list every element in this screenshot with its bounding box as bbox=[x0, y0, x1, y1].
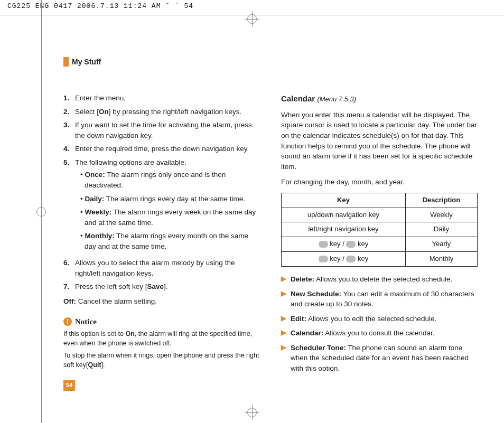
step-2: 2.Select [On] by pressing the right/left… bbox=[63, 107, 260, 117]
key-icon bbox=[319, 256, 328, 262]
calendar-actions: ▶Delete: Allows you to delete the select… bbox=[281, 274, 478, 374]
arrow-icon: ▶ bbox=[281, 274, 286, 285]
option-monthly: • Monthly: The alarm rings every month o… bbox=[80, 231, 260, 251]
action-new: ▶New Schedule: You can edit a maximum of… bbox=[281, 289, 478, 309]
section-title: My Stuff bbox=[72, 58, 101, 66]
option-weekly: • Weekly: The alarm rings every week on … bbox=[80, 207, 260, 228]
registration-mark-left bbox=[34, 204, 49, 219]
step-4: 4.Enter the required time, press the dow… bbox=[63, 144, 260, 154]
arrow-icon: ▶ bbox=[281, 289, 286, 309]
arrow-icon: ▶ bbox=[281, 314, 286, 324]
alarm-options: • Once: The alarm rings only once and is… bbox=[75, 170, 260, 251]
action-calendar: ▶Calendar: Allows you to consult the cal… bbox=[281, 328, 478, 339]
step-5: 5.The following options are available. •… bbox=[63, 157, 260, 255]
registration-mark-bottom bbox=[245, 405, 259, 420]
calendar-heading: Calendar (Menu 7.5.3) bbox=[281, 93, 478, 105]
table-row: key / keyMonthly bbox=[282, 252, 478, 267]
registration-mark-top bbox=[245, 12, 259, 26]
key-icon bbox=[346, 241, 356, 248]
section-heading: My Stuff bbox=[63, 57, 478, 67]
notice-p1: If this option is set to On, the alarm w… bbox=[63, 330, 260, 348]
step-1: 1.Enter the menu. bbox=[63, 93, 260, 104]
print-header: CG225 ENG 0417 2006.7.13 11:24 AM ˘ ` 54 bbox=[0, 0, 504, 12]
key-icon bbox=[346, 256, 356, 262]
step-3: 3.If you want to set the time for activa… bbox=[63, 120, 260, 140]
off-setting: Off: Cancel the alarm setting. bbox=[63, 296, 260, 307]
table-row: left/right navigation keyDaily bbox=[282, 222, 478, 237]
notice-box: ! Notice If this option is set to On, th… bbox=[63, 316, 260, 370]
action-edit: ▶Edit: Allows you to edit the selected s… bbox=[281, 314, 478, 324]
right-column: Calendar (Menu 7.5.3) When you enter thi… bbox=[281, 93, 478, 391]
step-6: 6.Allows you to select the alarm melody … bbox=[63, 258, 260, 278]
calendar-intro: When you enter this menu a calendar will… bbox=[281, 110, 478, 172]
page-number: 54 bbox=[63, 380, 75, 391]
left-column: 1.Enter the menu. 2.Select [On] by press… bbox=[63, 93, 260, 391]
notice-icon: ! bbox=[63, 317, 72, 326]
key-icon bbox=[319, 241, 328, 248]
key-table: KeyDescription up/down navigation keyWee… bbox=[281, 193, 478, 267]
option-daily: • Daily: The alarm rings every day at th… bbox=[80, 194, 260, 204]
action-tone: ▶Scheduler Tone: The phone can sound an … bbox=[281, 343, 478, 374]
notice-p2: To stop the alarm when it rings, open th… bbox=[63, 351, 260, 370]
table-row: key / keyYearly bbox=[282, 237, 478, 252]
th-key: Key bbox=[282, 193, 406, 208]
step-7: 7.Press the left soft key [Save]. bbox=[63, 281, 260, 292]
th-desc: Description bbox=[405, 193, 477, 208]
alarm-steps: 1.Enter the menu. 2.Select [On] by press… bbox=[63, 93, 260, 292]
calendar-change: For changing the day, month, and year. bbox=[281, 177, 478, 187]
page-content: My Stuff 1.Enter the menu. 2.Select [On]… bbox=[63, 57, 478, 391]
heading-accent bbox=[63, 57, 69, 67]
notice-title: Notice bbox=[75, 316, 97, 328]
action-delete: ▶Delete: Allows you to delete the select… bbox=[281, 274, 478, 285]
arrow-icon: ▶ bbox=[281, 328, 286, 339]
option-once: • Once: The alarm rings only once and is… bbox=[80, 170, 260, 190]
table-row: up/down navigation keyWeekly bbox=[282, 208, 478, 222]
arrow-icon: ▶ bbox=[281, 343, 286, 374]
